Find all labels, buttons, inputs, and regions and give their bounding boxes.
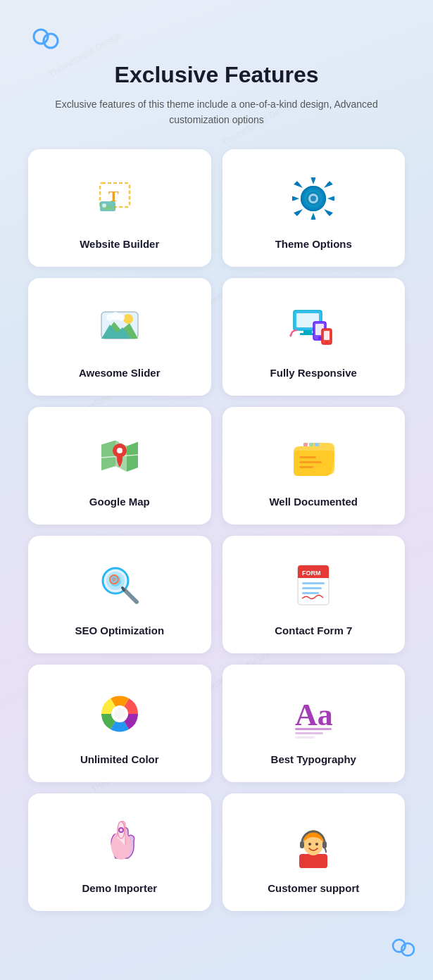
svg-rect-67 (299, 854, 327, 868)
svg-point-71 (308, 843, 311, 846)
svg-rect-58 (295, 728, 332, 730)
svg-rect-52 (302, 587, 322, 589)
logo-top (28, 21, 63, 56)
svg-point-27 (318, 337, 321, 339)
svg-rect-34 (299, 456, 316, 458)
svg-point-11 (310, 196, 316, 201)
card-demo-importer-label: Demo Importer (82, 882, 157, 894)
card-unlimited-color: Unlimited Color (28, 665, 211, 782)
svg-point-33 (117, 448, 123, 453)
card-unlimited-color-label: Unlimited Color (80, 753, 159, 765)
icon-fully-responsive (285, 299, 341, 356)
card-website-builder: T Website Builder (28, 149, 211, 267)
features-grid: T Website Builder (28, 149, 405, 911)
icon-awesome-slider (92, 299, 148, 356)
icon-customer-support (285, 815, 341, 871)
card-best-typography-label: Best Typography (271, 753, 356, 765)
page-subtitle: Exclusive features of this theme include… (28, 96, 405, 128)
svg-rect-38 (309, 443, 313, 446)
card-contact-form: FORM Contact Form 7 (222, 536, 406, 653)
icon-website-builder: T (92, 170, 148, 227)
svg-line-46 (123, 588, 124, 590)
card-theme-options: Theme Options (222, 149, 406, 267)
icon-well-documented (285, 428, 341, 484)
svg-rect-36 (299, 466, 313, 468)
card-awesome-slider: Awesome Slider (28, 278, 211, 396)
icon-google-map (92, 428, 148, 484)
icon-seo-optimization (92, 557, 148, 613)
svg-rect-60 (295, 736, 315, 739)
card-google-map-label: Google Map (89, 496, 150, 508)
card-google-map: Google Map (28, 407, 211, 524)
svg-rect-69 (300, 841, 304, 848)
svg-text:FORM: FORM (302, 570, 321, 577)
svg-point-16 (123, 314, 133, 324)
svg-point-56 (114, 708, 125, 720)
card-awesome-slider-label: Awesome Slider (79, 367, 161, 379)
card-fully-responsive: Fully Responsive (222, 278, 406, 396)
svg-rect-51 (302, 582, 325, 584)
card-customer-support-label: Customer support (268, 882, 359, 894)
svg-rect-59 (295, 732, 323, 734)
svg-rect-37 (303, 443, 308, 446)
svg-rect-29 (324, 331, 330, 340)
svg-point-19 (118, 314, 125, 321)
card-well-documented-label: Well Documented (269, 496, 358, 508)
svg-point-45 (112, 577, 116, 582)
card-website-builder-label: Website Builder (80, 238, 159, 250)
svg-rect-53 (302, 592, 319, 594)
card-customer-support: Customer support (222, 793, 406, 911)
icon-demo-importer (92, 815, 148, 871)
page-header: Exclusive Features Exclusive features of… (28, 62, 405, 128)
card-fully-responsive-label: Fully Responsive (270, 367, 357, 379)
card-theme-options-label: Theme Options (275, 238, 352, 250)
svg-line-43 (125, 590, 137, 602)
svg-point-30 (326, 341, 328, 343)
icon-theme-options (285, 170, 341, 227)
icon-contact-form: FORM (285, 557, 341, 613)
card-seo-optimization: SEO Optimization (28, 536, 211, 653)
icon-unlimited-color (92, 686, 148, 742)
svg-rect-39 (315, 443, 319, 446)
svg-text:Aa: Aa (295, 698, 333, 732)
logo-bottom (388, 932, 419, 963)
page-title: Exclusive Features (28, 62, 405, 88)
card-demo-importer: Demo Importer (28, 793, 211, 911)
svg-rect-35 (299, 461, 322, 463)
svg-point-72 (315, 843, 318, 846)
card-contact-form-label: Contact Form 7 (275, 624, 352, 636)
card-seo-optimization-label: SEO Optimization (75, 624, 164, 636)
card-well-documented: Well Documented (222, 407, 406, 524)
card-best-typography: Aa Best Typography (222, 665, 406, 782)
icon-best-typography: Aa (285, 686, 341, 742)
